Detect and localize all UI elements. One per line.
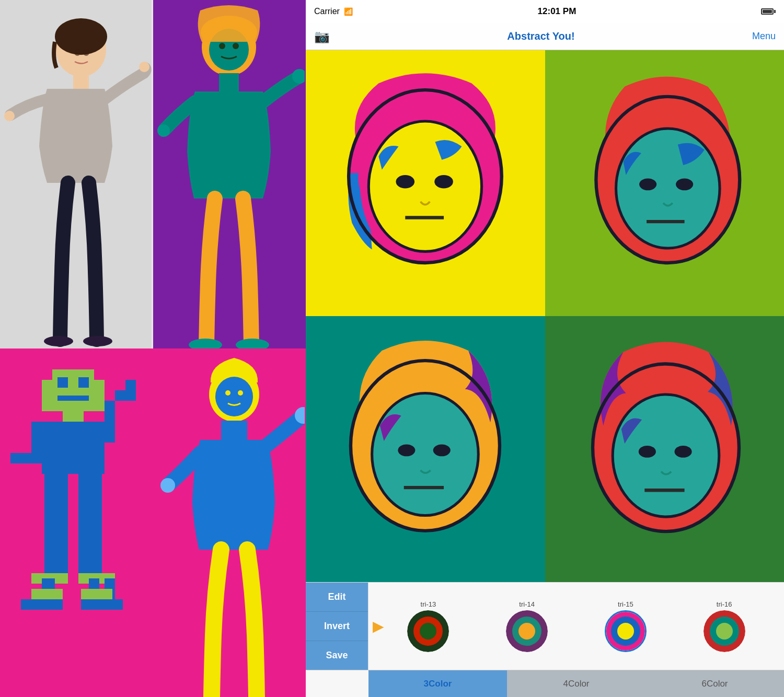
- svg-rect-31: [31, 422, 42, 463]
- swatch-tri14[interactable]: tri-14: [506, 600, 548, 652]
- grid-cell-2[interactable]: [545, 50, 785, 316]
- svg-point-6: [44, 336, 73, 346]
- svg-rect-44: [81, 599, 123, 610]
- battery-icon: [761, 8, 776, 15]
- svg-rect-21: [42, 380, 52, 411]
- svg-point-13: [219, 43, 225, 49]
- svg-rect-41: [31, 589, 63, 599]
- wifi-icon: 📶: [344, 7, 353, 16]
- svg-point-8: [74, 49, 80, 56]
- app-title: Abstract You!: [507, 30, 574, 42]
- swatch-tri14-label: tri-14: [519, 600, 535, 608]
- svg-point-61: [639, 179, 656, 191]
- left-panel: [0, 0, 306, 697]
- quad-yellow-blue: [153, 348, 306, 697]
- svg-point-47: [225, 390, 230, 396]
- quad-pixel: [0, 348, 153, 697]
- nav-bar: 📷 Abstract You! Menu: [306, 23, 784, 50]
- svg-point-68: [398, 445, 416, 457]
- tab-6color[interactable]: 6Color: [645, 670, 784, 697]
- swatch-tri13[interactable]: tri-13: [407, 600, 449, 652]
- svg-rect-28: [105, 401, 115, 443]
- tab-4color[interactable]: 4Color: [507, 670, 645, 697]
- svg-point-5: [139, 62, 149, 72]
- svg-point-46: [215, 377, 253, 416]
- portrait-1: [324, 70, 527, 296]
- tab-row: 3Color 4Color 6Color: [306, 670, 784, 697]
- controls-row: Edit Invert Save ▶ tri-13: [306, 583, 784, 670]
- svg-rect-25: [57, 396, 89, 401]
- svg-rect-20: [52, 369, 94, 411]
- svg-rect-15: [219, 73, 239, 92]
- svg-rect-27: [42, 422, 105, 474]
- grid-cell-4[interactable]: [545, 316, 785, 582]
- grid-cell-1[interactable]: [306, 50, 545, 316]
- svg-point-69: [433, 445, 451, 457]
- menu-button[interactable]: Menu: [752, 31, 776, 42]
- svg-point-4: [4, 111, 15, 121]
- svg-rect-33: [44, 474, 68, 578]
- swatch-tri16[interactable]: tri-16: [704, 600, 745, 652]
- swatch-tri16-circle: [704, 610, 745, 652]
- arrow-right-icon: ▶: [373, 618, 384, 635]
- svg-rect-22: [94, 380, 105, 411]
- camera-icon[interactable]: 📷: [314, 29, 330, 44]
- portrait-4: [563, 336, 766, 562]
- svg-point-2: [55, 18, 107, 55]
- svg-rect-29: [115, 390, 136, 401]
- svg-point-51: [160, 478, 175, 493]
- svg-rect-32: [10, 453, 31, 463]
- purple-figure: [153, 0, 305, 348]
- status-left: Carrier 📶: [314, 7, 353, 16]
- pixel-figure: [0, 348, 152, 697]
- svg-point-19: [236, 339, 269, 348]
- svg-rect-24: [78, 377, 89, 388]
- grid-cell-3[interactable]: [306, 316, 545, 582]
- swatch-tri13-circle: [407, 610, 449, 652]
- svg-point-75: [639, 446, 656, 458]
- tab-3color[interactable]: 3Color: [368, 670, 507, 697]
- image-grid: [306, 50, 784, 582]
- right-panel: Carrier 📶 12:01 PM 📷 Abstract You! Menu: [306, 0, 784, 697]
- action-buttons: Edit Invert Save: [306, 583, 368, 670]
- portrait-2: [563, 70, 766, 296]
- svg-rect-42: [81, 589, 112, 599]
- quad-photo: [0, 0, 153, 348]
- svg-rect-26: [63, 411, 84, 422]
- photo-figure: [0, 0, 152, 348]
- save-button[interactable]: Save: [306, 641, 368, 670]
- svg-point-48: [238, 390, 243, 396]
- swatch-tri14-circle: [506, 610, 548, 652]
- svg-point-62: [676, 179, 693, 191]
- yellow-blue-figure: [153, 348, 305, 697]
- svg-point-9: [83, 49, 89, 56]
- swatch-tri13-label: tri-13: [421, 600, 436, 608]
- svg-point-55: [435, 175, 454, 188]
- carrier-label: Carrier: [314, 7, 340, 16]
- svg-point-54: [396, 175, 415, 188]
- svg-point-76: [674, 446, 691, 458]
- quad-purple: [153, 0, 306, 348]
- svg-point-7: [83, 336, 112, 346]
- svg-rect-49: [221, 421, 247, 440]
- bottom-controls: Edit Invert Save ▶ tri-13: [306, 582, 784, 697]
- svg-point-14: [233, 43, 239, 49]
- portrait-3: [324, 336, 527, 562]
- time-display: 12:01 PM: [538, 6, 577, 17]
- edit-button[interactable]: Edit: [306, 583, 368, 612]
- svg-rect-43: [21, 599, 63, 610]
- swatch-tri15-circle: [605, 610, 647, 652]
- svg-rect-34: [78, 474, 102, 578]
- svg-point-17: [157, 124, 170, 137]
- swatch-tri15[interactable]: tri-15: [605, 600, 647, 652]
- svg-point-18: [189, 339, 222, 348]
- svg-rect-30: [125, 380, 136, 390]
- color-swatches: ▶ tri-13 tri-14: [368, 583, 784, 670]
- svg-rect-3: [73, 73, 89, 89]
- status-bar: Carrier 📶 12:01 PM: [306, 0, 784, 23]
- swatch-tri16-label: tri-16: [717, 600, 732, 608]
- invert-button[interactable]: Invert: [306, 612, 368, 641]
- swatch-tri15-label: tri-15: [618, 600, 633, 608]
- tab-spacer: [306, 670, 368, 697]
- svg-rect-23: [57, 377, 68, 388]
